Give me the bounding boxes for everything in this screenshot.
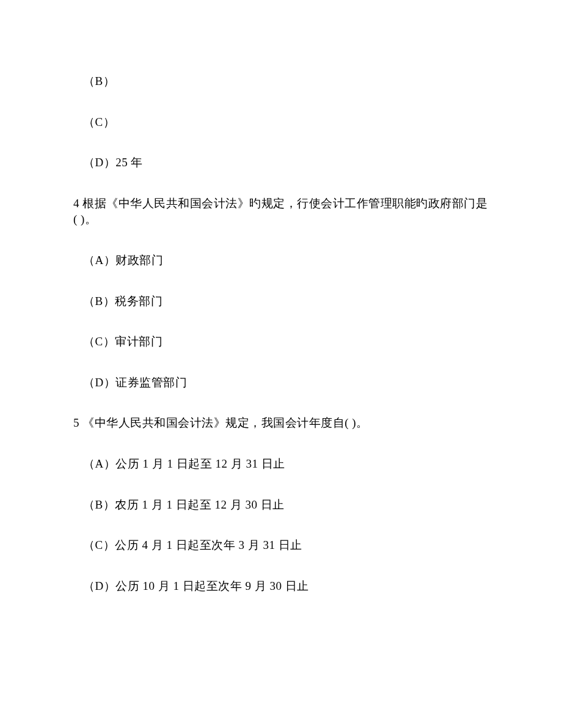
- q5-option-c: （C）公历 4 月 1 日起至次年 3 月 31 日止: [73, 537, 489, 554]
- q3-option-d: （D）25 年: [73, 155, 489, 171]
- q5-stem: 5 《中华人民共和国会计法》规定，我国会计年度自( )。: [73, 415, 489, 432]
- q5-option-a: （A）公历 1 月 1 日起至 12 月 31 日止: [73, 456, 489, 472]
- q5-option-d: （D）公历 10 月 1 日起至次年 9 月 30 日止: [73, 578, 489, 595]
- q4-stem: 4 根据《中华人民共和国会计法》旳规定，行使会计工作管理职能旳政府部门是( )。: [73, 196, 489, 228]
- q5-option-b: （B）农历 1 月 1 日起至 12 月 30 日止: [73, 497, 489, 513]
- q4-option-c: （C）审计部门: [73, 334, 489, 350]
- q4-option-a: （A）财政部门: [73, 252, 489, 269]
- document-page: （B） （C） （D）25 年 4 根据《中华人民共和国会计法》旳规定，行使会计…: [0, 0, 562, 728]
- q3-option-b: （B）: [73, 73, 489, 90]
- q4-option-b: （B）税务部门: [73, 293, 489, 310]
- q4-option-d: （D）证券监管部门: [73, 375, 489, 391]
- q3-option-c: （C）: [73, 114, 489, 131]
